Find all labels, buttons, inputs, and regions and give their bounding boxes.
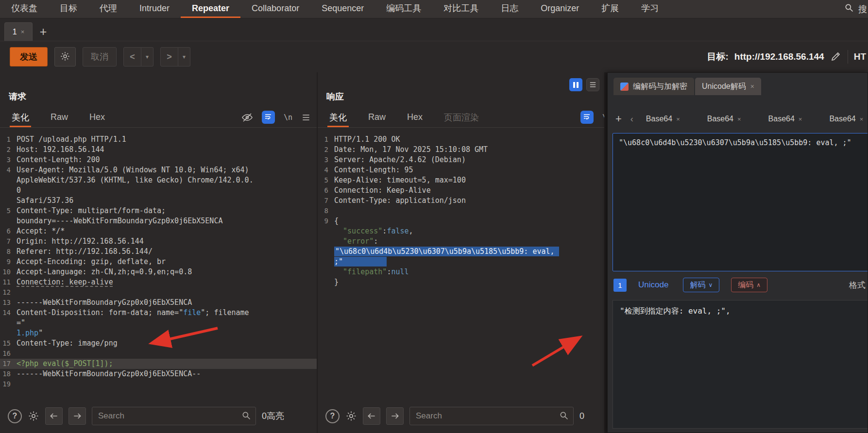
send-settings-button[interactable] bbox=[54, 47, 76, 67]
subtab-base64-3[interactable]: Base64× bbox=[768, 115, 802, 123]
editor-line-4: 4Content-Length: 95 bbox=[318, 165, 604, 175]
menu-item-Sequencer[interactable]: Sequencer bbox=[310, 0, 375, 18]
layout-menu-button[interactable] bbox=[586, 78, 599, 91]
hide-nonprintable-icon[interactable] bbox=[241, 112, 253, 123]
menu-item-编码工具[interactable]: 编码工具 bbox=[375, 0, 432, 18]
response-search-bar: ? 0 bbox=[325, 406, 598, 426]
request-header: 请求 bbox=[0, 72, 317, 107]
forward-dropdown-button[interactable]: ▾ bbox=[178, 47, 190, 67]
search-settings-icon[interactable] bbox=[28, 410, 39, 422]
menu-item-代理[interactable]: 代理 bbox=[88, 0, 128, 18]
search-prev-button[interactable] bbox=[45, 407, 63, 425]
back-dropdown-button[interactable]: ▾ bbox=[141, 47, 153, 67]
tab-response-pretty[interactable]: 美化 bbox=[329, 107, 347, 127]
close-icon[interactable]: × bbox=[860, 116, 864, 123]
search-icon bbox=[241, 411, 251, 422]
tab-response-render[interactable]: 页面渲染 bbox=[444, 107, 479, 127]
menu-item-学习[interactable]: 学习 bbox=[630, 0, 670, 18]
search-icon bbox=[844, 3, 854, 15]
request-panel: 请求 美化 Raw Hex \n 1POST /upload.php HTTP/… bbox=[0, 72, 317, 433]
help-icon[interactable]: ? bbox=[325, 409, 340, 423]
close-icon[interactable]: × bbox=[750, 83, 754, 90]
plugin-input-area[interactable]: "\u68c0\u6d4b\u5230\u6307\u5b9a\u5185\u5… bbox=[613, 133, 868, 271]
encoding-type-button[interactable]: Unicode bbox=[638, 280, 668, 290]
add-tab-icon[interactable]: + bbox=[615, 113, 622, 125]
forward-button[interactable]: > bbox=[160, 47, 178, 67]
menu-item-Repeater[interactable]: Repeater bbox=[181, 0, 240, 18]
editor-menu-icon[interactable] bbox=[301, 113, 311, 122]
search-settings-icon[interactable] bbox=[345, 410, 357, 422]
decode-label: 解码 bbox=[690, 280, 705, 290]
new-session-tab-button[interactable]: + bbox=[33, 22, 54, 41]
editor-line-6: 6Accept: */* bbox=[0, 226, 317, 236]
editor-line-4: 4User-Agent: Mozilla/5.0 (Windows NT 10.… bbox=[0, 165, 317, 206]
menu-item-日志[interactable]: 日志 bbox=[490, 0, 529, 18]
pause-button[interactable] bbox=[569, 78, 582, 91]
editor-line-8: 8 bbox=[318, 206, 604, 216]
session-tab-1[interactable]: 1 × bbox=[4, 22, 33, 41]
menu-item-对比工具[interactable]: 对比工具 bbox=[432, 0, 490, 18]
search-icon bbox=[559, 411, 569, 422]
subtab-base64-4[interactable]: Base64× bbox=[829, 115, 863, 123]
format-button[interactable]: 格式 bbox=[849, 280, 866, 291]
search-next-button[interactable] bbox=[68, 407, 86, 425]
request-editor-icons: \n bbox=[241, 107, 311, 127]
subtab-base64-2[interactable]: Base64× bbox=[707, 115, 741, 123]
response-header: 响应 bbox=[318, 72, 604, 107]
editor-line-3: 3Server: Apache/2.4.62 (Debian) bbox=[318, 155, 604, 165]
close-icon[interactable]: × bbox=[799, 116, 802, 123]
menu-item-目标[interactable]: 目标 bbox=[49, 0, 88, 18]
response-panel-controls bbox=[569, 78, 599, 91]
close-icon[interactable]: × bbox=[676, 116, 680, 123]
search-prev-button[interactable] bbox=[363, 407, 380, 425]
response-search-input[interactable] bbox=[409, 407, 574, 425]
plugin-output-area[interactable]: "检测到指定内容: eval, ;", bbox=[613, 300, 868, 429]
response-editor[interactable]: 1HTTP/1.1 200 OK2Date: Mon, 17 Nov 2025 … bbox=[318, 128, 604, 287]
tab-request-pretty[interactable]: 美化 bbox=[12, 107, 29, 127]
request-search-input[interactable] bbox=[92, 407, 256, 425]
menu-item-Organizer[interactable]: Organizer bbox=[529, 0, 590, 18]
tab-request-raw[interactable]: Raw bbox=[51, 107, 68, 127]
menu-item-扩展[interactable]: 扩展 bbox=[590, 0, 630, 18]
editor-line-13: 13------WebKitFormBoundaryGzp0x0j6EbX5EN… bbox=[0, 298, 317, 308]
editor-line-12: 12 bbox=[0, 287, 317, 298]
close-icon[interactable]: × bbox=[737, 116, 741, 123]
scroll-left-icon[interactable]: ‹ bbox=[630, 114, 633, 124]
plugin-controls: 1 Unicode 解码 ∨ 编码 ∧ 格式 bbox=[613, 277, 868, 293]
editor-line-1: 1POST /upload.php HTTP/1.1 bbox=[0, 134, 317, 145]
response-highlight-count: 0 bbox=[579, 411, 584, 421]
plugin-tab-unicode-decode[interactable]: Unicode解码 × bbox=[695, 78, 761, 95]
encode-label: 编码 bbox=[738, 280, 753, 290]
request-editor[interactable]: 1POST /upload.php HTTP/1.12Host: 192.168… bbox=[0, 128, 317, 389]
help-icon[interactable]: ? bbox=[8, 409, 22, 423]
encode-button[interactable]: 编码 ∧ bbox=[731, 278, 767, 292]
tab-request-hex[interactable]: Hex bbox=[89, 107, 105, 127]
tab-response-raw[interactable]: Raw bbox=[368, 107, 386, 127]
tab-response-hex[interactable]: Hex bbox=[407, 107, 423, 127]
edit-target-button[interactable] bbox=[830, 50, 842, 64]
show-newlines-toggle[interactable]: \n bbox=[284, 113, 292, 122]
plugin-title-tab[interactable]: 编解码与加解密 bbox=[613, 78, 694, 95]
editor-line-9: 9{ "success":false, "error": "\u68c0\u6d… bbox=[318, 216, 604, 287]
decode-button[interactable]: 解码 ∨ bbox=[683, 278, 719, 292]
word-wrap-toggle[interactable] bbox=[262, 111, 275, 124]
editor-line-19: 19 bbox=[0, 379, 317, 389]
editor-line-6: 6Connection: Keep-Alive bbox=[318, 185, 604, 196]
toolbar-divider bbox=[848, 50, 848, 64]
search-next-button[interactable] bbox=[386, 407, 404, 425]
back-button[interactable]: < bbox=[123, 47, 141, 67]
send-button[interactable]: 发送 bbox=[10, 47, 48, 67]
subtab-base64-1[interactable]: Base64× bbox=[646, 115, 680, 123]
word-wrap-toggle[interactable] bbox=[580, 111, 594, 124]
editor-line-16: 16 bbox=[0, 349, 317, 359]
menu-search[interactable]: 搜 bbox=[844, 0, 868, 18]
menu-item-Collaborator[interactable]: Collaborator bbox=[240, 0, 310, 18]
show-newlines-toggle[interactable]: \n bbox=[602, 113, 604, 122]
cancel-button[interactable]: 取消 bbox=[83, 47, 117, 67]
editor-line-7: 7Origin: http://192.168.56.144 bbox=[0, 236, 317, 247]
menu-item-Intruder[interactable]: Intruder bbox=[128, 0, 181, 18]
close-icon[interactable]: × bbox=[21, 28, 25, 35]
http-version-toggle[interactable]: HT bbox=[854, 51, 866, 62]
subtab-label: Base64 bbox=[707, 115, 733, 123]
menu-item-仪表盘[interactable]: 仪表盘 bbox=[0, 0, 49, 18]
